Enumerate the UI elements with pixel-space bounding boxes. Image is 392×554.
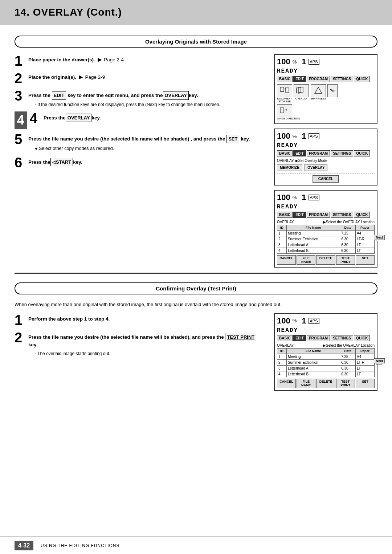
step-num-2: 2 [15, 72, 25, 85]
screen1-aps: APS [309, 59, 319, 65]
screen2-num: 1 [302, 131, 306, 141]
svg-text:⟳: ⟳ [285, 108, 288, 112]
cell-name: Summer Exhibition [286, 236, 340, 242]
s4-cell-id: 1 [277, 354, 287, 359]
screen4-overlay-label: OVERLAY [277, 343, 294, 347]
doc-storage-icon[interactable]: + [277, 84, 292, 97]
s4-cell-name: Meeting [286, 354, 340, 359]
table-row[interactable]: 4 Letterhead B 6.30 LT [277, 248, 375, 254]
confirm-step-num-1: 1 [15, 313, 25, 327]
s4-table-row[interactable]: 1 Meeting 7.25 A4 [277, 354, 375, 359]
s4-tab-quick[interactable]: QUICK [354, 335, 370, 341]
screen1-num: 1 [302, 57, 306, 66]
cancel-btn[interactable]: CANCEL [313, 175, 339, 183]
s4-table-row[interactable]: 4 Letterhead B 6.30 LT [277, 371, 375, 377]
cell-date: 6.30 [340, 236, 356, 242]
bottom-delete[interactable]: DELETE [316, 255, 335, 265]
tab-quick[interactable]: QUICK [354, 76, 370, 82]
screen4-aps: APS [309, 318, 319, 324]
tab-settings[interactable]: SETTINGS [331, 76, 353, 82]
table-row[interactable]: 2 Summer Exhibition 6.30 LT-R 1/6 [277, 236, 375, 242]
screen3-bottom-btns: CANCEL FILE NAME DELETE TEST PRINT SET [277, 255, 375, 265]
s3-tab-edit[interactable]: EDIT [293, 212, 306, 218]
s4-cell-date: 6.30 [340, 359, 356, 365]
steps-left: 1 Place paper in the drawer(s). ▶ Page 2… [15, 54, 264, 268]
screen4-pct: 100 [277, 316, 290, 326]
file-table-4: ID File Name Date Paper 1 Meeting [277, 348, 375, 377]
s4-cell-date: 6.30 [340, 371, 356, 377]
s2-tab-basic[interactable]: BASIC [277, 150, 293, 156]
overlay-btn[interactable]: OVERLAY [305, 164, 327, 171]
step-text-6: Press the◁STARTkey. [28, 156, 82, 167]
confirm-steps-left: 1 Perform the above step 1 to step 4. 2 … [15, 313, 264, 391]
s4-bottom-set[interactable]: SET [356, 379, 375, 388]
table-row[interactable]: 1 Meeting 7.25 A4 [277, 231, 375, 236]
table-row[interactable]: 3 Letterhead A 6.30 LT [277, 242, 375, 248]
cell-id: 3 [277, 242, 287, 248]
screen4-table-container: ID File Name Date Paper 1 Meeting [277, 348, 375, 377]
screen2-cancel-row: CANCEL [277, 175, 375, 183]
copier-screen-2: 100 % 1 APS READY BASIC EDIT PROGRAM SET… [274, 129, 377, 186]
bottom-testprint[interactable]: TEST PRINT [336, 255, 355, 265]
s4-tab-settings[interactable]: SETTINGS [331, 335, 353, 341]
s4-bottom-delete[interactable]: DELETE [316, 379, 335, 388]
s4-next-button[interactable]: Next [374, 358, 385, 363]
image-direction-label: IMAGE DIRECTION [277, 117, 300, 120]
cell-date: 7.25 [340, 231, 356, 236]
step-3: 3 Press the EDIT key to enter the edit m… [15, 89, 264, 108]
s2-tab-quick[interactable]: QUICK [354, 150, 370, 156]
bottom-filename[interactable]: FILE NAME [297, 255, 315, 265]
s4-bottom-cancel[interactable]: CANCEL [277, 379, 296, 388]
sharpness-icon[interactable] [311, 84, 326, 97]
s4-bottom-testprint[interactable]: TEST PRINT [336, 379, 355, 388]
next-button[interactable]: Next [374, 235, 385, 239]
step-text-2: Place the original(s). ▶ Page 2-9 [28, 72, 105, 81]
s4-cell-id: 4 [277, 371, 287, 377]
s4-tab-program[interactable]: PROGRAM [307, 335, 330, 341]
s3-tab-basic[interactable]: BASIC [277, 212, 293, 218]
image-direction-icon[interactable]: ⟳ [277, 104, 292, 117]
screen1-percent: % [293, 59, 297, 65]
cell-id: 2 [277, 236, 287, 242]
s3-tab-program[interactable]: PROGRAM [307, 212, 330, 218]
step-num-4: 4 [30, 111, 41, 125]
icon-group-doc: + DOCUMENTSTORAGE [277, 84, 292, 103]
s4-col-date: Date [340, 348, 356, 354]
confirm-step-text-1: Perform the above step 1 to step 4. [28, 313, 110, 323]
confirm-step-1: 1 Perform the above step 1 to step 4. [15, 313, 264, 327]
s4-table-row[interactable]: 3 Letterhead A 6.30 LT [277, 365, 375, 371]
bottom-cancel[interactable]: CANCEL [277, 255, 296, 265]
cell-paper: LT [356, 242, 375, 248]
step-4-container: 4 4 Press theOVERLAYkey. [15, 111, 264, 129]
screen3-overlay-label: OVERLAY [277, 220, 294, 224]
tab-basic[interactable]: BASIC [277, 76, 293, 82]
tab-program[interactable]: PROGRAM [307, 76, 330, 82]
overlay-icon[interactable]: B [294, 84, 309, 97]
s4-tab-basic[interactable]: BASIC [277, 335, 293, 341]
s3-tab-quick[interactable]: QUICK [354, 212, 370, 218]
s4-table-row[interactable]: 2 Summer Exhibition 6.30 LT-R 1/6 [277, 359, 375, 365]
cell-date: 6.30 [340, 248, 356, 254]
s2-tab-program[interactable]: PROGRAM [307, 150, 330, 156]
svg-marker-6 [315, 87, 322, 94]
s4-cell-id: 2 [277, 359, 287, 365]
screen1-pct: 100 [277, 57, 290, 66]
screen1-tabs: BASIC EDIT PROGRAM SETTINGS QUICK [277, 76, 375, 82]
screen4-set-label: ▶Select the OVERLAY Location [323, 343, 375, 347]
pre-button[interactable]: Pre [327, 84, 338, 97]
screen2-ready: READY [277, 142, 375, 149]
s4-tab-edit[interactable]: EDIT [293, 335, 306, 341]
memorize-btn[interactable]: MEMORIZE [277, 164, 302, 171]
s4-bottom-filename[interactable]: FILE NAME [297, 379, 315, 388]
tab-edit[interactable]: EDIT [293, 76, 306, 82]
screen2-btns: MEMORIZE OVERLAY [277, 164, 375, 171]
step-text-5: Press the file name you desire (the sele… [28, 133, 250, 152]
bottom-set[interactable]: SET [356, 255, 375, 265]
s4-col-filename: File Name [286, 348, 340, 354]
s2-tab-settings[interactable]: SETTINGS [331, 150, 353, 156]
s2-tab-edit[interactable]: EDIT [293, 150, 306, 156]
image-direction-svg: ⟳ [279, 106, 290, 115]
s3-tab-settings[interactable]: SETTINGS [331, 212, 353, 218]
screen1-ready: READY [277, 68, 375, 74]
footer-page-num: 4-32 [15, 541, 33, 550]
